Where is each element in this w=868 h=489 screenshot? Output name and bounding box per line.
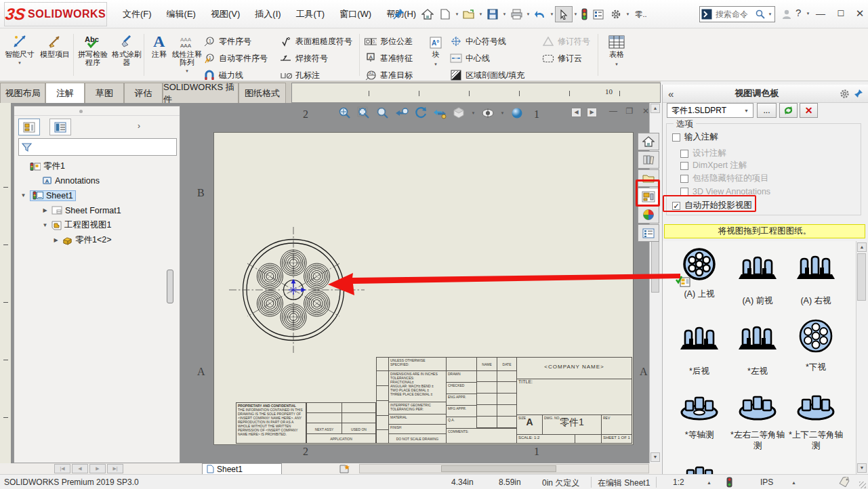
featuremanager-tab[interactable] [18,119,40,135]
tab-solidworks-addins[interactable]: SOLIDWORKS 插件 [163,83,239,103]
thumbnail-isometric-view[interactable]: *等轴测 [670,387,728,440]
open-icon[interactable] [460,6,478,22]
macro-button[interactable]: 零.. [631,6,651,22]
home-icon[interactable] [419,6,436,22]
scroll-thumb[interactable] [857,253,866,301]
print-icon[interactable] [508,6,525,22]
browse-button[interactable]: ... [757,103,777,118]
scroll-thumb[interactable] [651,238,659,293]
display-pane-tab[interactable] [49,119,71,135]
smart-dimension-dropdown-icon[interactable]: ▼ [17,59,23,67]
first-sheet-icon[interactable]: |◀ [54,464,70,473]
zoom-icon[interactable] [337,106,352,121]
thumbnail-partial[interactable] [670,465,728,474]
last-sheet-icon[interactable]: ▶| [107,464,123,473]
menu-view[interactable]: 视图(V) [203,8,247,20]
help-icon[interactable]: ? [795,7,801,18]
tree-item-sheet1[interactable]: ▼ Sheet1 [20,188,76,203]
resize-grip-icon[interactable] [859,482,866,488]
scroll-up-icon[interactable]: ▲ [857,242,867,252]
scroll-thumb[interactable] [441,465,556,472]
tab-view-layout[interactable]: 视图布局 [0,83,45,103]
select-icon[interactable] [555,6,573,22]
tree-item-sheet-format[interactable]: ▶ Sheet Format1 [41,203,121,217]
block-button[interactable]: A° 块▼ [427,31,445,79]
revision-cloud-button[interactable]: 修订云 [542,51,582,66]
option-import-annotations[interactable]: 输入注解 [672,132,718,142]
thumbnail-top-view[interactable]: (A) 上视 [670,247,728,299]
print-dropdown-icon[interactable]: ▼ [525,12,531,16]
panel-drag-strip[interactable] [14,106,180,116]
zoom-area-icon[interactable] [375,106,390,121]
settings-dropdown-icon[interactable]: ▼ [625,12,631,16]
center-mark-button[interactable]: 中心符号线 [450,34,506,49]
maximize-icon[interactable]: ☐ [832,5,850,22]
add-sheet-button[interactable] [339,464,351,473]
new-file-icon[interactable] [436,6,454,22]
centerline-button[interactable]: 中心线 [450,51,490,66]
panel-expand-arrow-icon[interactable]: › [138,121,140,131]
options-list-icon[interactable] [590,6,607,22]
linear-note-dropdown-icon[interactable]: ▼ [184,67,190,75]
status-tag-icon[interactable] [839,477,850,487]
undo-dropdown-icon[interactable]: ▼ [549,12,555,16]
appearances-button[interactable] [638,206,659,224]
option-design-annotations[interactable]: 设计注解 [680,148,726,158]
scroll-down-icon[interactable]: ▼ [650,452,660,462]
tree-item-drawing-view[interactable]: ▼ 工程图视图1 [41,218,111,232]
rotate-view-icon[interactable] [413,106,428,121]
auto-balloon-button[interactable]: 1自动零件序号 [203,51,268,66]
previous-view-icon[interactable] [394,106,409,121]
menu-tools[interactable]: 工具(T) [289,8,333,20]
hole-callout-button[interactable]: 孔标注 [280,68,320,83]
save-icon[interactable] [484,6,501,22]
settings-icon[interactable] [607,6,625,22]
tree-item-part-instance[interactable]: ▶ 零件1<2> [52,233,112,247]
tab-evaluate[interactable]: 评估 [124,83,163,103]
child-restore-icon[interactable]: ❐ [623,106,636,116]
area-hatch-button[interactable]: 区域剖面线/填充 [450,68,524,83]
collapse-arrow-icon[interactable]: ▼ [20,192,27,198]
search-icon[interactable] [756,9,765,19]
select-dropdown-icon[interactable]: ▼ [573,12,579,16]
model-items-button[interactable]: 模型项目 [38,31,72,79]
option-auto-start-projected-view[interactable]: ✓自动开始投影视图 [672,200,752,211]
menu-window[interactable]: 窗口(W) [332,8,379,20]
3d-drawing-view-icon[interactable] [432,106,447,121]
tab-sketch[interactable]: 草图 [85,83,124,103]
sheet-tab-active[interactable]: Sheet1 [202,463,282,474]
thumbnail-left-view[interactable]: *左视 [728,317,787,377]
panel-splitter-handle[interactable] [167,270,173,303]
weld-symbol-button[interactable]: 焊接符号 [280,51,328,66]
edit-appearance-icon[interactable] [510,106,524,121]
status-units[interactable]: IPS [760,477,773,487]
expand-arrow-icon[interactable]: ▶ [41,207,49,213]
option-3d-view-annotations[interactable]: 3D View Annotations [680,186,770,196]
save-dropdown-icon[interactable]: ▼ [501,12,508,16]
format-painter-button[interactable]: 格式涂刷器 [110,31,144,79]
next-sheet-icon[interactable]: ▶ [89,464,106,473]
palette-scrollbar[interactable]: ▲ ▼ [856,241,867,474]
menu-insert[interactable]: 插入(I) [247,8,288,20]
file-explorer-button[interactable] [638,169,659,187]
units-dropdown-icon[interactable]: ▲ [791,480,796,485]
display-style-icon[interactable] [480,106,495,121]
dock-right-icon[interactable]: ▶ [587,108,597,117]
smart-dimension-button[interactable]: 智能尺寸▼ [3,31,37,79]
thumbnail-trimetric-view[interactable]: *上下二等角轴测 [787,387,845,451]
display-style-dropdown-icon[interactable]: ▼ [499,111,505,115]
tab-sheet-format[interactable]: 图纸格式 [239,83,286,103]
scroll-up-icon[interactable]: ▲ [650,104,660,113]
expand-arrow-icon[interactable]: ▶ [52,237,60,243]
new-file-dropdown-icon[interactable]: ▼ [454,12,460,16]
thumbnail-bottom-view[interactable]: *下视 [787,317,845,373]
revision-symbol-button[interactable]: 修订符号 [542,34,590,49]
menu-edit[interactable]: 编辑(E) [159,8,203,20]
linear-note-pattern-button[interactable]: AAAAAA 线性注释阵列▼ [172,31,202,79]
tab-annotation[interactable]: 注解 [45,83,85,103]
user-icon[interactable] [778,6,795,22]
balloon-button[interactable]: 1零件序号 [203,34,251,49]
thumbnail-back-view[interactable]: *后视 [670,317,728,377]
view-orientation-dropdown-icon[interactable]: ▼ [470,111,476,115]
custom-properties-button[interactable] [638,224,659,242]
